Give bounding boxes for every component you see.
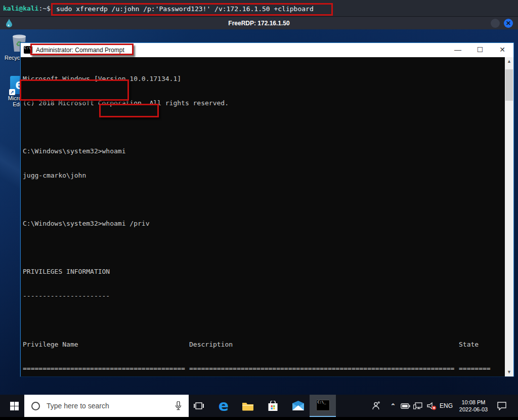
console-blank	[23, 123, 505, 131]
privilege-table-header: Privilege Name Description State	[23, 341, 505, 349]
shortcut-arrow-icon: ➚	[9, 89, 15, 95]
tray-battery[interactable]	[399, 395, 412, 417]
prompt-path: C:\Windows\system32>	[23, 220, 102, 227]
separator-state: ========	[459, 364, 494, 372]
windows-taskbar: Type here to search e	[0, 395, 518, 417]
whoami-priv-command: whoami /priv	[102, 220, 150, 227]
network-icon	[413, 402, 422, 410]
taskbar-store-button[interactable]	[264, 395, 282, 417]
freerdp-minimize-button[interactable]	[491, 19, 500, 28]
column-header-description: Description	[189, 341, 459, 349]
kali-prompt-suffix: :~$	[38, 5, 50, 12]
console-whoami-priv-prompt: C:\Windows\system32>whoami /priv	[23, 220, 505, 228]
cmd-console-output[interactable]: Microsoft Windows [Version 10.0.17134.1]…	[21, 57, 505, 376]
kali-prompt-line: kali@kali:~$	[3, 5, 51, 12]
scrollbar-down-arrow-icon[interactable]: ▼	[505, 368, 513, 376]
privileges-information-underline: ----------------------	[23, 292, 505, 300]
cmd-maximize-button[interactable]: ☐	[469, 43, 491, 57]
cortana-icon	[31, 402, 40, 410]
kali-terminal-strip: kali@kali:~$ sudo xfreerdp /u:john /p:'P…	[0, 0, 518, 16]
people-icon	[371, 401, 380, 410]
console-blank	[23, 316, 505, 324]
annotation-box-xfreerdp-command	[51, 3, 333, 16]
battery-icon	[401, 403, 410, 409]
console-whoami-output: jugg-cmarko\john	[23, 172, 505, 180]
taskbar-file-explorer-button[interactable]	[239, 395, 257, 417]
microphone-icon[interactable]	[175, 401, 182, 410]
task-view-button[interactable]	[190, 395, 207, 417]
scrollbar-up-arrow-icon[interactable]: ▲	[505, 57, 513, 66]
file-explorer-icon	[242, 401, 254, 411]
tray-language-indicator[interactable]: ENG	[437, 395, 455, 417]
separator-desc: ========================================…	[189, 364, 459, 372]
annotation-box-whoami	[20, 79, 129, 101]
bottom-black-strip	[0, 417, 518, 420]
annotation-box-cmd-title	[30, 44, 134, 55]
cmd-taskbar-icon: C:\_	[316, 400, 330, 411]
tray-volume-muted[interactable]	[425, 395, 438, 417]
column-header-privilege-name: Privilege Name	[23, 341, 189, 349]
search-placeholder: Type here to search	[47, 402, 175, 410]
privilege-table-separator: ========================================…	[23, 364, 505, 372]
taskbar-edge-button[interactable]: e	[214, 395, 233, 417]
action-center-button[interactable]	[492, 395, 512, 417]
console-blank	[23, 244, 505, 252]
taskbar-cmd-button-active[interactable]: C:\_	[310, 395, 336, 417]
chevron-up-icon: ⌃	[391, 402, 396, 410]
scrollbar-thumb[interactable]	[505, 69, 513, 101]
column-header-state: State	[459, 341, 494, 349]
language-label: ENG	[440, 402, 453, 409]
mail-icon	[292, 401, 305, 411]
separator-name: ========================================…	[23, 364, 189, 372]
speaker-muted-icon	[427, 402, 437, 410]
taskbar-mail-button[interactable]	[289, 395, 307, 417]
tray-network[interactable]	[411, 395, 425, 417]
action-center-icon	[497, 402, 506, 410]
privileges-information-header: PRIVILEGES INFORMATION	[23, 268, 505, 276]
tray-clock[interactable]: 10:08 PM 2022-06-03	[455, 395, 492, 417]
cmd-close-button[interactable]: ✕	[491, 43, 513, 57]
freerdp-title: FreeRDP: 172.16.1.50	[0, 20, 518, 27]
cmd-minimize-button[interactable]: —	[447, 43, 469, 57]
windows-logo-icon	[10, 402, 19, 410]
task-view-icon	[194, 402, 204, 410]
edge-icon: e	[219, 398, 229, 413]
freerdp-titlebar: FreeRDP: 172.16.1.50 ✕	[0, 16, 518, 29]
clock-date: 2022-06-03	[455, 406, 492, 413]
clock-time: 10:08 PM	[455, 399, 492, 406]
microsoft-store-icon	[268, 401, 278, 411]
taskbar-search-box[interactable]: Type here to search	[24, 395, 189, 417]
taskbar-people-button[interactable]	[367, 395, 384, 417]
console-whoami-prompt: C:\Windows\system32>whoami	[23, 147, 505, 155]
freerdp-session-screen: kali@kali:~$ sudo xfreerdp /u:john /p:'P…	[0, 0, 518, 420]
annotation-box-whoami-priv	[99, 104, 159, 117]
cmd-scrollbar[interactable]: ▲ ▼	[505, 57, 513, 376]
tray-show-hidden-icons[interactable]: ⌃	[387, 395, 399, 417]
kali-prompt-user: kali@kali	[3, 5, 38, 12]
freerdp-close-button[interactable]: ✕	[504, 19, 513, 28]
console-blank	[23, 195, 505, 203]
start-button[interactable]	[4, 395, 24, 417]
